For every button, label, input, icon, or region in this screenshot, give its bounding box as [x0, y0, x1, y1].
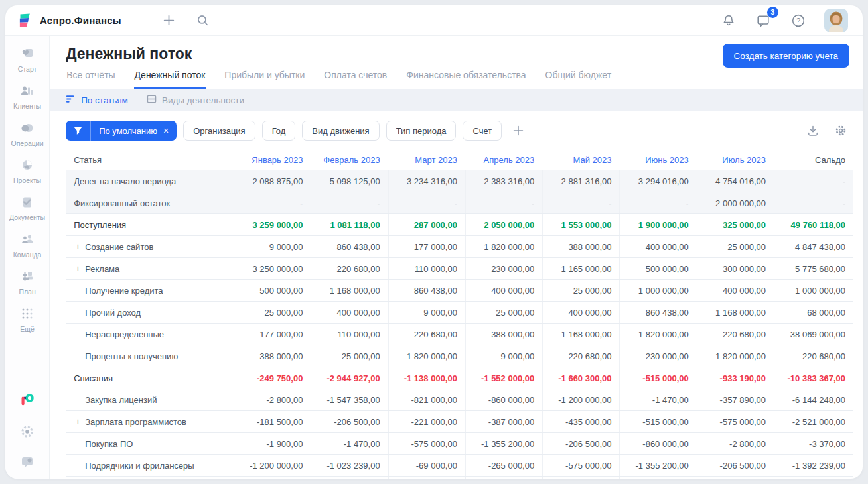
cell-value: 220 680,00	[774, 345, 853, 367]
column-header-month[interactable]: Июнь 2023	[619, 150, 696, 170]
cell-value: 3 234 316,00	[388, 170, 465, 192]
column-header-article: Статья	[66, 150, 234, 170]
funnel-icon[interactable]	[66, 121, 90, 141]
cell-value: 1 900 000,00	[619, 214, 696, 235]
add-filter-plus-icon[interactable]	[511, 123, 526, 138]
column-header-month[interactable]: Февраль 2023	[311, 150, 388, 170]
subtab-activity-types[interactable]: Виды деятельности	[147, 94, 244, 106]
cell-value: 3 250 000,00	[234, 258, 311, 279]
sidebar-item-projects[interactable]: Проекты	[5, 152, 49, 190]
team-icon	[20, 232, 35, 249]
cell-value: 2 088 875,00	[234, 170, 311, 192]
download-icon[interactable]	[806, 123, 820, 138]
cell-value: 325 000,00	[697, 214, 774, 235]
cell-value: -821 000,00	[388, 389, 465, 410]
cell-value: -	[311, 192, 388, 213]
column-header-saldo: Сальдо	[774, 150, 853, 170]
column-header-month[interactable]: Апрель 2023	[465, 150, 542, 170]
cell-value: 1 168 000,00	[542, 324, 619, 345]
view-subtabs: По статьям Виды деятельности	[50, 89, 863, 111]
sidebar-item-more[interactable]: Ещё	[5, 301, 49, 338]
filter-chip-organization[interactable]: Организация	[183, 121, 255, 141]
expand-row-icon[interactable]: +	[75, 263, 85, 274]
create-plus-button[interactable]	[160, 11, 178, 29]
sidebar-item-documents[interactable]: Документы	[5, 190, 49, 227]
cell-value: -3 370,00	[774, 433, 853, 454]
cell-value: -1 392 239,00	[774, 455, 853, 476]
cell-value: 68 000,00	[774, 302, 853, 323]
filter-chip-movement-type[interactable]: Вид движения	[302, 121, 379, 141]
tab-general-budget[interactable]: Общий бюджет	[545, 69, 612, 89]
table-row: +Проценты к получению388 000,0025 000,00…	[66, 345, 853, 367]
create-category-button[interactable]: Создать категорию учета	[723, 44, 849, 68]
sidebar-item-team[interactable]: Команда	[5, 227, 49, 264]
cell-value: -1 355 200,00	[619, 455, 696, 476]
column-header-month[interactable]: Май 2023	[542, 150, 619, 170]
svg-text:?: ?	[796, 16, 800, 24]
subtab-by-articles[interactable]: По статьям	[66, 94, 128, 106]
table-row: +Покупка ПО-1 900,00-1 470,00-575 000,00…	[66, 432, 853, 454]
table-row: Денег на начало периода2 088 875,005 098…	[66, 170, 853, 192]
cell-value: 9 000,00	[465, 345, 542, 367]
table-row: +Нераспределенные177 000,00110 000,00220…	[66, 323, 853, 345]
cell-value: 230 000,00	[619, 345, 696, 367]
sidebar-item-label: План	[19, 288, 35, 296]
cell-value: 110 000,00	[311, 324, 388, 345]
tab-all-reports[interactable]: Все отчёты	[66, 69, 115, 89]
expand-row-icon[interactable]: +	[75, 241, 85, 252]
notifications-bell-icon[interactable]	[719, 11, 738, 30]
row-label: +Зарплата программистов	[66, 477, 234, 479]
settings-icon[interactable]	[20, 424, 35, 439]
cell-value: 9 000,00	[388, 302, 465, 323]
aspro-logo-icon[interactable]	[19, 391, 36, 408]
sidebar-item-start[interactable]: Старт	[5, 41, 49, 78]
cell-value: -1 023 239,00	[311, 455, 388, 476]
filter-chip-period-type[interactable]: Тип периода	[386, 121, 457, 141]
sidebar-item-plan[interactable]: План	[5, 264, 49, 301]
cell-value: -6 144 248,00	[774, 477, 853, 479]
table-row: +Зарплата программистов-181 500,00-206 5…	[66, 410, 853, 432]
cell-value: 110 000,00	[388, 258, 465, 279]
column-header-month[interactable]: Март 2023	[388, 150, 465, 170]
cell-value: 220 680,00	[388, 324, 465, 345]
tab-invoice-payment[interactable]: Оплата счетов	[323, 69, 388, 89]
sidebar-item-operations[interactable]: Операции	[5, 115, 49, 152]
table-row: +Реклама3 250 000,00220 680,00110 000,00…	[66, 257, 853, 279]
support-chat-icon[interactable]	[20, 455, 35, 469]
sidebar: Старт Клиенты Операции Проекты Документы…	[5, 36, 50, 479]
table-settings-gear-icon[interactable]	[833, 123, 848, 138]
close-icon[interactable]: ×	[163, 126, 169, 135]
tab-profit-loss[interactable]: Прибыли и убытки	[224, 69, 305, 89]
cell-value: -206 500,00	[542, 433, 619, 454]
filter-chip-year[interactable]: Год	[262, 121, 296, 141]
help-icon[interactable]: ?	[788, 11, 808, 30]
table-row: +Создание сайтов9 000,00860 438,00177 00…	[66, 235, 853, 257]
cell-value: 2 000 000,00	[697, 192, 774, 213]
row-label: +Подрядчики и фрилансеры	[66, 455, 234, 476]
report-tabs: Все отчётыДенежный потокПрибыли и убытки…	[66, 69, 849, 89]
row-label: +Зарплата программистов	[66, 411, 234, 432]
filter-chip-account[interactable]: Счет	[463, 121, 502, 141]
rows-icon	[147, 94, 157, 106]
start-icon	[20, 46, 35, 63]
search-icon[interactable]	[194, 11, 212, 29]
cell-value: -	[388, 192, 465, 213]
row-label: +Проценты к получению	[66, 345, 234, 367]
active-filter-chip[interactable]: По умолчанию ×	[66, 121, 177, 141]
sidebar-item-label: Клиенты	[13, 102, 41, 110]
cell-value: -1 138 000,00	[388, 367, 465, 389]
cell-value: 2 050 000,00	[465, 214, 542, 235]
table-row: +Зарплата программистов-2 800,00-1 547 3…	[66, 476, 853, 479]
sidebar-item-clients[interactable]: Клиенты	[5, 78, 49, 115]
user-avatar[interactable]	[824, 9, 848, 32]
column-header-month[interactable]: Июль 2023	[697, 150, 774, 170]
tab-financial-obligations[interactable]: Финансовые обязательства	[405, 69, 526, 89]
column-header-month[interactable]: Январь 2023	[234, 150, 311, 170]
cell-value: -860 000,00	[619, 433, 696, 454]
tab-cash-flow[interactable]: Денежный поток	[134, 69, 206, 89]
row-label: Фиксированный остаток	[66, 192, 234, 213]
expand-row-icon[interactable]: +	[75, 416, 85, 427]
cell-value: -	[774, 170, 853, 192]
cell-value: 25 000,00	[234, 302, 311, 323]
main-content: Денежный поток Создать категорию учета В…	[50, 36, 863, 479]
